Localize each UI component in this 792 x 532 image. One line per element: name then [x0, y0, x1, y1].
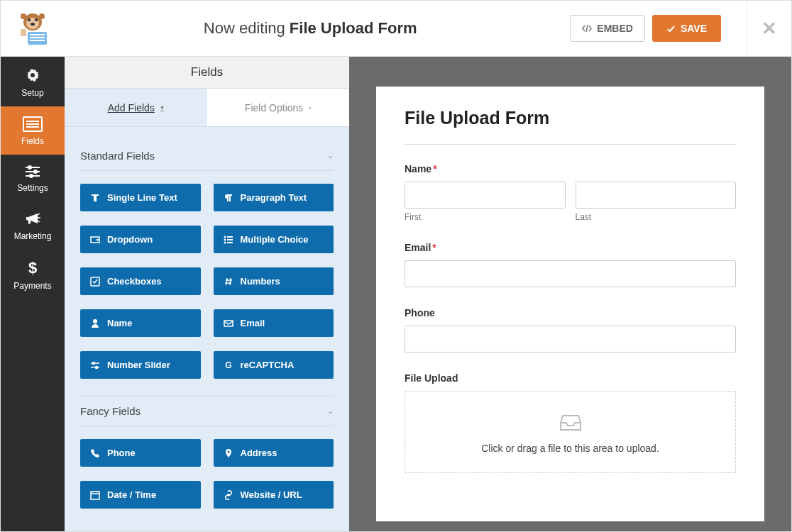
phone-icon — [90, 448, 100, 458]
svg-text:$: $ — [28, 260, 37, 277]
first-name-input[interactable] — [405, 182, 566, 209]
svg-point-39 — [227, 450, 229, 453]
fields-panel: Fields Add Fields▾ Field Options› Standa… — [65, 57, 349, 532]
form-preview: File Upload Form Name* First Last Email* — [349, 57, 791, 532]
svg-rect-26 — [227, 236, 233, 238]
svg-point-12 — [31, 73, 35, 77]
file-upload-zone[interactable]: Click or drag a file to this area to upl… — [405, 391, 736, 473]
group-standard-fields[interactable]: Standard Fields⌄ — [80, 141, 334, 170]
app-header: Now editing File Upload Form EMBED SAVE … — [1, 1, 791, 57]
svg-rect-33 — [224, 321, 233, 326]
first-sublabel: First — [405, 212, 566, 222]
sidebar-item-settings[interactable]: Settings — [1, 155, 65, 201]
inbox-icon — [559, 413, 583, 433]
svg-rect-40 — [91, 492, 99, 499]
calendar-icon — [90, 490, 100, 500]
embed-button[interactable]: EMBED — [570, 15, 645, 42]
code-icon — [582, 23, 592, 33]
bullhorn-icon — [24, 211, 41, 227]
form-card: File Upload Form Name* First Last Email* — [376, 87, 764, 521]
google-icon: G — [224, 360, 233, 370]
save-button[interactable]: SAVE — [652, 15, 721, 42]
chevron-down-icon: ▾ — [160, 104, 164, 111]
field-multiple-choice[interactable]: Multiple Choice — [214, 226, 334, 253]
field-name[interactable]: Name — [80, 309, 201, 337]
svg-rect-7 — [21, 29, 26, 36]
svg-point-6 — [31, 23, 35, 26]
sidebar-item-fields[interactable]: Fields — [1, 106, 65, 155]
dropdown-icon — [90, 235, 100, 245]
svg-point-25 — [224, 235, 226, 238]
chevron-right-icon: › — [309, 104, 311, 111]
field-number-slider[interactable]: Number Slider — [80, 351, 201, 379]
svg-point-2 — [39, 13, 45, 19]
check-icon — [666, 24, 676, 33]
close-button[interactable]: ✕ — [747, 18, 791, 40]
tab-field-options[interactable]: Field Options› — [207, 89, 350, 126]
group-fancy-fields[interactable]: Fancy Fields⌄ — [80, 396, 334, 426]
name-label: Name* — [405, 163, 736, 174]
upload-text: Click or drag a file to this area to upl… — [419, 443, 721, 454]
sidebar-item-payments[interactable]: $ Payments — [1, 250, 65, 299]
field-website-url[interactable]: Website / URL — [214, 481, 334, 509]
field-paragraph-text[interactable]: Paragraph Text — [214, 184, 334, 211]
email-input[interactable] — [405, 260, 736, 287]
svg-point-18 — [28, 166, 31, 169]
svg-point-1 — [21, 13, 26, 19]
svg-point-4 — [28, 18, 31, 21]
hash-icon — [224, 277, 233, 287]
gear-icon — [24, 67, 41, 84]
svg-rect-10 — [30, 37, 45, 38]
field-dropdown[interactable]: Dropdown — [80, 226, 201, 253]
sidebar-item-setup[interactable]: Setup — [1, 57, 65, 106]
svg-rect-28 — [227, 239, 233, 240]
user-icon — [90, 318, 100, 328]
file-upload-label: File Upload — [405, 372, 736, 384]
form-title: File Upload Form — [405, 108, 736, 128]
header-title: Now editing File Upload Form — [50, 19, 570, 38]
pin-icon — [224, 448, 233, 458]
field-recaptcha[interactable]: GreCAPTCHA — [214, 351, 334, 379]
svg-rect-11 — [30, 40, 45, 41]
svg-point-37 — [96, 366, 98, 368]
link-icon — [224, 490, 233, 500]
svg-point-27 — [224, 238, 226, 240]
svg-point-29 — [224, 241, 226, 243]
envelope-icon — [224, 318, 233, 328]
phone-input[interactable] — [405, 326, 736, 353]
svg-point-32 — [93, 319, 97, 323]
sidebar-item-marketing[interactable]: Marketing — [1, 201, 65, 250]
last-sublabel: Last — [576, 212, 737, 222]
chevron-down-icon: ⌄ — [327, 406, 334, 416]
dollar-icon: $ — [28, 260, 38, 277]
paragraph-icon — [224, 193, 233, 203]
slider-icon — [90, 360, 100, 370]
svg-rect-30 — [227, 242, 233, 243]
field-single-line-text[interactable]: Single Line Text — [80, 184, 201, 211]
email-label: Email* — [405, 242, 736, 253]
field-date-time[interactable]: Date / Time — [80, 481, 201, 509]
panel-title: Fields — [65, 57, 349, 89]
field-phone[interactable]: Phone — [80, 439, 201, 467]
phone-label: Phone — [405, 307, 736, 318]
svg-rect-9 — [30, 34, 45, 35]
tab-add-fields[interactable]: Add Fields▾ — [65, 89, 207, 126]
list-icon — [224, 235, 233, 245]
svg-point-20 — [34, 170, 37, 173]
chevron-down-icon: ⌄ — [327, 151, 334, 160]
svg-point-5 — [35, 18, 38, 21]
app-logo — [15, 11, 50, 46]
svg-text:G: G — [225, 360, 231, 370]
svg-point-35 — [93, 362, 95, 364]
text-icon — [90, 193, 100, 203]
last-name-input[interactable] — [576, 182, 737, 209]
form-icon — [23, 116, 43, 132]
svg-point-22 — [30, 174, 33, 177]
field-checkboxes[interactable]: Checkboxes — [80, 267, 201, 295]
sidebar: Setup Fields Settings Marketing $ Paymen… — [1, 57, 65, 532]
field-numbers[interactable]: Numbers — [214, 267, 334, 295]
field-email[interactable]: Email — [214, 309, 334, 337]
field-address[interactable]: Address — [214, 439, 334, 467]
sliders-icon — [24, 165, 41, 179]
check-icon — [90, 277, 100, 287]
